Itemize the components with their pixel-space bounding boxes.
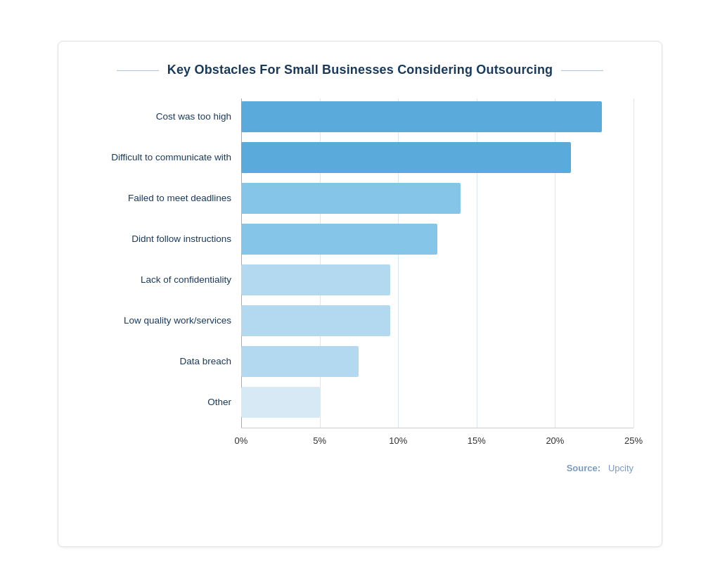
bar <box>241 224 437 255</box>
bar-area <box>241 302 634 339</box>
source-label: Source: <box>567 463 600 473</box>
x-axis: 0%5%10%15%20%25% <box>241 428 634 453</box>
bar-label: Didnt follow instructions <box>86 233 241 245</box>
bar-label: Difficult to communicate with <box>86 151 241 164</box>
bar-label: Data breach <box>86 355 241 368</box>
bar-label: Failed to meet deadlines <box>86 192 241 205</box>
bar-label: Other <box>86 396 241 409</box>
source-text: Source: Upcity <box>86 463 634 473</box>
chart-container: Key Obstacles For Small Businesses Consi… <box>58 41 662 547</box>
bar <box>241 346 359 377</box>
bar-row: Other <box>86 384 634 421</box>
axis-tick: 20% <box>546 435 564 446</box>
axis-tick: 15% <box>468 435 486 446</box>
bar-row: Difficult to communicate with <box>86 139 634 176</box>
bar <box>241 183 461 214</box>
bar <box>241 142 571 173</box>
bar-row: Didnt follow instructions <box>86 221 634 257</box>
bar-area <box>241 221 634 257</box>
axis-tick: 5% <box>313 435 326 446</box>
grid-line <box>634 98 634 428</box>
bar-area <box>241 98 634 135</box>
bar <box>241 387 320 418</box>
bar-area <box>241 384 634 421</box>
bars-wrapper: Cost was too highDifficult to communicat… <box>86 98 634 425</box>
bar-label: Low quality work/services <box>86 314 241 327</box>
bar-row: Low quality work/services <box>86 302 634 339</box>
bar-area <box>241 180 634 217</box>
bar-row: Data breach <box>86 343 634 380</box>
bar <box>241 264 390 295</box>
bar-label: Lack of confidentiality <box>86 274 241 286</box>
bar-label: Cost was too high <box>86 110 241 123</box>
bar-row: Cost was too high <box>86 98 634 135</box>
bar-area <box>241 262 634 298</box>
axis-tick: 25% <box>624 435 643 446</box>
bar <box>241 305 390 336</box>
source-name: Upcity <box>608 463 634 473</box>
bar-row: Lack of confidentiality <box>86 262 634 298</box>
axis-tick: 0% <box>235 435 248 446</box>
bar-area <box>241 139 634 176</box>
chart-title: Key Obstacles For Small Businesses Consi… <box>86 63 634 77</box>
bar-row: Failed to meet deadlines <box>86 180 634 217</box>
bar-area <box>241 343 634 380</box>
axis-tick: 10% <box>389 435 407 446</box>
bar <box>241 101 602 132</box>
chart-body: Cost was too highDifficult to communicat… <box>86 98 634 453</box>
